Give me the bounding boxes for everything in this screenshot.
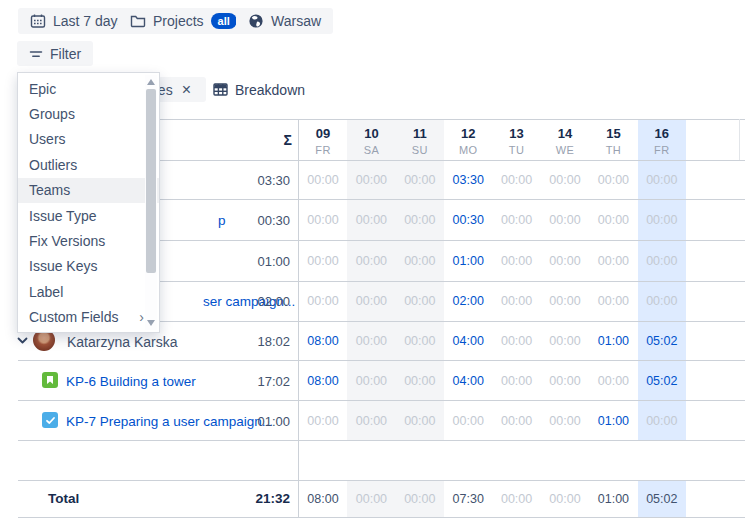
grid-row-border [18,400,745,401]
time-cell[interactable]: 05:02 [638,374,686,388]
menu-item-label: Label [29,284,63,300]
day-header-10: 10SA [347,126,395,156]
time-cell[interactable]: 00:00 [396,294,444,308]
time-cell[interactable]: 00:00 [589,173,637,187]
day-header-12: 12MO [444,126,492,156]
chevron-down-icon[interactable] [16,334,29,347]
day-weekday: SU [396,144,444,156]
time-cell[interactable]: 00:00 [347,334,395,348]
time-cell[interactable]: 01:00 [444,254,492,268]
day-weekday: TH [589,144,637,156]
menu-item-issue-keys[interactable]: Issue Keys [18,254,159,279]
day-number: 16 [638,126,686,141]
time-cell[interactable]: 00:00 [589,294,637,308]
time-cell[interactable]: 02:00 [444,294,492,308]
total-time-cell: 00:00 [541,492,589,506]
menu-item-label: Custom Fields [29,309,118,325]
time-cell[interactable]: 00:00 [299,173,347,187]
time-cell[interactable]: 00:00 [493,213,541,227]
time-cell[interactable]: 00:00 [541,374,589,388]
close-icon[interactable]: × [182,82,191,98]
time-cell[interactable]: 00:00 [541,173,589,187]
menu-item-custom-fields[interactable]: Custom Fields› [18,305,159,330]
location-button[interactable]: Warsaw [236,8,333,34]
timesheet-app: Last 7 days Projects all Warsaw Filter e… [0,0,745,528]
time-cell[interactable]: 00:00 [347,294,395,308]
sum-value: 03:30 [178,173,290,188]
time-cell[interactable]: 00:00 [541,213,589,227]
filter-chip-label: es [158,82,173,98]
time-cell[interactable]: 00:30 [444,213,492,227]
time-cell[interactable]: 00:00 [493,294,541,308]
projects-button[interactable]: Projects all [118,8,249,34]
menu-item-users[interactable]: Users [18,127,159,152]
menu-item-label: Outliers [29,157,77,173]
time-cell[interactable]: 00:00 [299,213,347,227]
time-cell[interactable]: 00:00 [589,374,637,388]
time-cell[interactable]: 00:00 [638,173,686,187]
scroll-down-icon[interactable] [147,320,155,326]
total-time-cell: 00:00 [396,492,444,506]
issue-link[interactable]: KP-6 Building a tower [66,374,196,389]
time-cell[interactable]: 00:00 [444,414,492,428]
folder-icon [130,13,146,29]
time-cell[interactable]: 04:00 [444,374,492,388]
menu-item-issue-type[interactable]: Issue Type [18,203,159,228]
time-cell[interactable]: 00:00 [396,213,444,227]
filter-button[interactable]: Filter [17,41,93,66]
day-weekday: MO [444,144,492,156]
time-cell[interactable]: 00:00 [299,294,347,308]
time-cell[interactable]: 00:00 [347,374,395,388]
time-cell[interactable]: 00:00 [541,254,589,268]
user-name: Katarzyna Karska [67,334,178,350]
menu-item-groups[interactable]: Groups [18,101,159,126]
time-cell[interactable]: 00:00 [347,213,395,227]
menu-item-label: Epic [29,81,56,97]
projects-label: Projects [153,13,204,29]
time-cell[interactable]: 00:00 [493,414,541,428]
time-cell[interactable]: 00:00 [396,374,444,388]
time-cell[interactable]: 00:00 [541,334,589,348]
time-cell[interactable]: 00:00 [347,254,395,268]
time-cell[interactable]: 00:00 [347,173,395,187]
time-cell[interactable]: 00:00 [493,254,541,268]
time-cell[interactable]: 04:00 [444,334,492,348]
time-cell[interactable]: 03:30 [444,173,492,187]
menu-item-fix-versions[interactable]: Fix Versions [18,228,159,253]
time-cell[interactable]: 00:00 [396,173,444,187]
weekend-column-bg [396,119,444,440]
time-cell[interactable]: 00:00 [493,173,541,187]
menu-scrollbar[interactable] [145,75,157,330]
time-cell[interactable]: 00:00 [493,374,541,388]
time-cell[interactable]: 00:00 [396,334,444,348]
menu-item-epic[interactable]: Epic [18,76,159,101]
breakdown-button[interactable]: Breakdown [213,77,305,102]
scroll-up-icon[interactable] [147,79,155,85]
time-cell[interactable]: 00:00 [493,334,541,348]
time-cell[interactable]: 01:00 [589,334,637,348]
time-cell[interactable]: 00:00 [638,254,686,268]
time-cell[interactable]: 08:00 [299,334,347,348]
time-cell[interactable]: 00:00 [347,414,395,428]
time-cell[interactable]: 00:00 [589,213,637,227]
time-cell[interactable]: 00:00 [541,294,589,308]
scrollbar-thumb[interactable] [146,89,156,273]
total-time-cell: 00:00 [347,492,395,506]
time-cell[interactable]: 00:00 [638,213,686,227]
menu-item-teams[interactable]: Teams [18,178,159,203]
time-cell[interactable]: 00:00 [638,294,686,308]
time-cell[interactable]: 01:00 [589,414,637,428]
time-cell[interactable]: 00:00 [299,254,347,268]
time-cell[interactable]: 00:00 [589,254,637,268]
day-header-15: 15TH [589,126,637,156]
time-cell[interactable]: 08:00 [299,374,347,388]
grid-row-border [18,517,745,518]
menu-item-outliers[interactable]: Outliers [18,152,159,177]
time-cell[interactable]: 00:00 [396,414,444,428]
time-cell[interactable]: 00:00 [299,414,347,428]
time-cell[interactable]: 00:00 [396,254,444,268]
time-cell[interactable]: 00:00 [541,414,589,428]
time-cell[interactable]: 00:00 [638,414,686,428]
time-cell[interactable]: 05:02 [638,334,686,348]
menu-item-label[interactable]: Label [18,279,159,304]
